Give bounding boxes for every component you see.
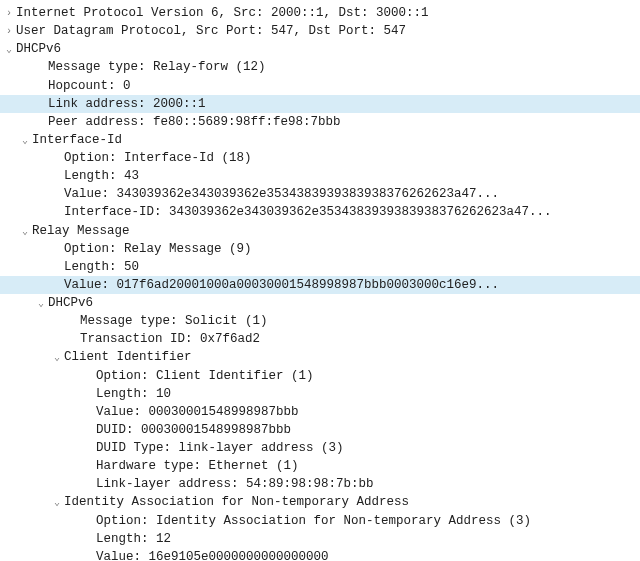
tree-row-label: Hopcount: 0: [48, 77, 131, 95]
tree-row[interactable]: Length: 43: [0, 167, 640, 185]
tree-row[interactable]: ›Internet Protocol Version 6, Src: 2000:…: [0, 4, 640, 22]
tree-row[interactable]: Value: 017f6ad20001000a00030001548998987…: [0, 276, 640, 294]
caret-right-icon[interactable]: ›: [4, 7, 14, 22]
tree-row-label: Link address: 2000::1: [48, 95, 206, 113]
tree-row-label: DUID: 00030001548998987bbb: [96, 421, 291, 439]
tree-row-label: Interface-Id: [32, 131, 122, 149]
tree-row-label: Client Identifier: [64, 348, 192, 366]
tree-row[interactable]: ⌄DHCPv6: [0, 294, 640, 312]
tree-row[interactable]: Link address: 2000::1: [0, 95, 640, 113]
caret-down-icon[interactable]: ⌄: [20, 134, 30, 149]
tree-row-label: Peer address: fe80::5689:98ff:fe98:7bbb: [48, 113, 341, 131]
tree-row-label: Value: 16e9105e0000000000000000: [96, 548, 329, 561]
caret-down-icon[interactable]: ⌄: [52, 351, 62, 366]
packet-tree: ›Internet Protocol Version 6, Src: 2000:…: [0, 0, 640, 561]
tree-row-label: Length: 43: [64, 167, 139, 185]
tree-row[interactable]: Message type: Relay-forw (12): [0, 58, 640, 76]
tree-row-label: User Datagram Protocol, Src Port: 547, D…: [16, 22, 406, 40]
tree-row-label: Message type: Solicit (1): [80, 312, 268, 330]
tree-row[interactable]: Peer address: fe80::5689:98ff:fe98:7bbb: [0, 113, 640, 131]
tree-row-label: Option: Identity Association for Non-tem…: [96, 512, 531, 530]
tree-row-label: Option: Relay Message (9): [64, 240, 252, 258]
tree-row-label: Link-layer address: 54:89:98:98:7b:bb: [96, 475, 374, 493]
tree-row[interactable]: Option: Client Identifier (1): [0, 367, 640, 385]
tree-row[interactable]: Length: 10: [0, 385, 640, 403]
tree-row-label: DHCPv6: [48, 294, 93, 312]
caret-down-icon[interactable]: ⌄: [20, 225, 30, 240]
caret-right-icon[interactable]: ›: [4, 25, 14, 40]
tree-row[interactable]: ⌄Relay Message: [0, 222, 640, 240]
caret-down-icon[interactable]: ⌄: [4, 43, 14, 58]
tree-row[interactable]: Length: 50: [0, 258, 640, 276]
tree-row-label: Value: 017f6ad20001000a00030001548998987…: [64, 276, 499, 294]
tree-row[interactable]: Link-layer address: 54:89:98:98:7b:bb: [0, 475, 640, 493]
tree-row[interactable]: ⌄Client Identifier: [0, 348, 640, 366]
tree-row[interactable]: Value: 00030001548998987bbb: [0, 403, 640, 421]
tree-row[interactable]: ›User Datagram Protocol, Src Port: 547, …: [0, 22, 640, 40]
tree-row[interactable]: ⌄Interface-Id: [0, 131, 640, 149]
tree-row[interactable]: Option: Interface-Id (18): [0, 149, 640, 167]
tree-row-label: Interface-ID: 343039362e343039362e353438…: [64, 203, 552, 221]
tree-row[interactable]: Transaction ID: 0x7f6ad2: [0, 330, 640, 348]
tree-row-label: Hardware type: Ethernet (1): [96, 457, 299, 475]
tree-row[interactable]: Hardware type: Ethernet (1): [0, 457, 640, 475]
tree-row[interactable]: Value: 16e9105e0000000000000000: [0, 548, 640, 561]
tree-row-label: Value: 343039362e343039362e3534383939383…: [64, 185, 499, 203]
tree-row-label: Option: Client Identifier (1): [96, 367, 314, 385]
tree-row-label: Internet Protocol Version 6, Src: 2000::…: [16, 4, 429, 22]
tree-row[interactable]: Option: Relay Message (9): [0, 240, 640, 258]
tree-row-label: Message type: Relay-forw (12): [48, 58, 266, 76]
tree-row[interactable]: Hopcount: 0: [0, 77, 640, 95]
tree-row-label: Length: 12: [96, 530, 171, 548]
tree-row-label: DUID Type: link-layer address (3): [96, 439, 344, 457]
tree-row[interactable]: Length: 12: [0, 530, 640, 548]
tree-row-label: DHCPv6: [16, 40, 61, 58]
tree-row-label: Transaction ID: 0x7f6ad2: [80, 330, 260, 348]
tree-row-label: Length: 50: [64, 258, 139, 276]
tree-row-label: Identity Association for Non-temporary A…: [64, 493, 409, 511]
tree-row[interactable]: ⌄DHCPv6: [0, 40, 640, 58]
tree-row[interactable]: Interface-ID: 343039362e343039362e353438…: [0, 203, 640, 221]
tree-row-label: Option: Interface-Id (18): [64, 149, 252, 167]
tree-row-label: Relay Message: [32, 222, 130, 240]
tree-row[interactable]: DUID: 00030001548998987bbb: [0, 421, 640, 439]
tree-row[interactable]: ⌄Identity Association for Non-temporary …: [0, 493, 640, 511]
caret-down-icon[interactable]: ⌄: [52, 496, 62, 511]
caret-down-icon[interactable]: ⌄: [36, 297, 46, 312]
tree-row[interactable]: Option: Identity Association for Non-tem…: [0, 512, 640, 530]
tree-row[interactable]: Value: 343039362e343039362e3534383939383…: [0, 185, 640, 203]
tree-row-label: Length: 10: [96, 385, 171, 403]
tree-row-label: Value: 00030001548998987bbb: [96, 403, 299, 421]
tree-row[interactable]: Message type: Solicit (1): [0, 312, 640, 330]
tree-row[interactable]: DUID Type: link-layer address (3): [0, 439, 640, 457]
